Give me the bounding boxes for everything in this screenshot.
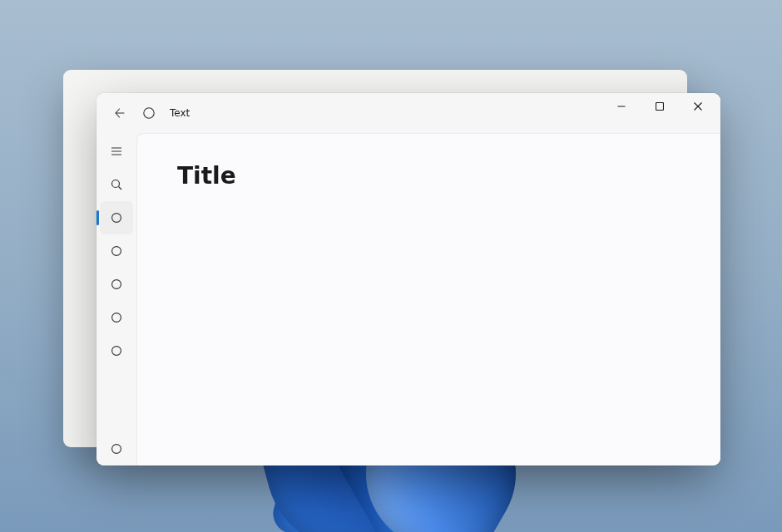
app-icon — [140, 104, 158, 122]
caption-buttons — [602, 93, 717, 133]
circle-icon — [111, 443, 122, 455]
app-window: Text — [97, 93, 720, 466]
nav-rail — [97, 133, 136, 466]
nav-item-footer[interactable] — [100, 432, 133, 466]
circle-icon — [111, 212, 122, 224]
minimize-icon — [617, 102, 626, 111]
svg-line-9 — [119, 187, 122, 190]
nav-item-5[interactable] — [100, 334, 133, 367]
content-area: Title — [136, 133, 720, 466]
svg-point-14 — [112, 347, 121, 356]
nav-item-1[interactable] — [100, 201, 133, 234]
svg-point-8 — [112, 180, 120, 188]
circle-icon — [111, 278, 122, 290]
svg-point-13 — [112, 313, 121, 323]
circle-icon — [111, 312, 122, 323]
nav-item-2[interactable] — [100, 234, 133, 268]
nav-item-4[interactable] — [100, 301, 133, 334]
svg-point-11 — [112, 247, 121, 256]
circle-icon — [142, 106, 156, 120]
svg-rect-2 — [656, 103, 664, 111]
close-icon — [694, 102, 702, 111]
page-title: Title — [177, 162, 681, 190]
close-button[interactable] — [679, 93, 717, 120]
minimize-button[interactable] — [602, 93, 641, 120]
maximize-icon — [656, 102, 664, 111]
circle-icon — [111, 245, 122, 257]
nav-hamburger[interactable] — [100, 135, 133, 168]
back-button[interactable] — [103, 98, 136, 128]
svg-point-10 — [112, 214, 121, 223]
svg-point-15 — [112, 445, 121, 454]
svg-point-12 — [112, 280, 121, 289]
circle-icon — [111, 345, 122, 357]
nav-search[interactable] — [100, 168, 133, 201]
maximize-button[interactable] — [641, 93, 679, 120]
search-icon — [110, 178, 123, 191]
svg-point-0 — [144, 108, 154, 118]
app-title: Text — [170, 107, 190, 119]
nav-item-3[interactable] — [100, 268, 133, 301]
back-arrow-icon — [113, 106, 126, 120]
titlebar[interactable]: Text — [97, 93, 720, 133]
hamburger-icon — [110, 145, 123, 158]
